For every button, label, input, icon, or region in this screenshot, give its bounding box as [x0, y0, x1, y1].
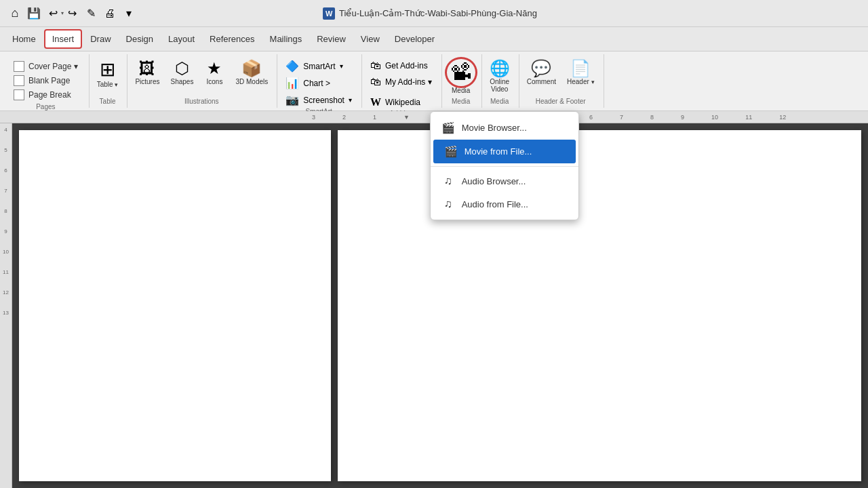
menu-view[interactable]: View: [354, 30, 387, 47]
menu-draw[interactable]: Draw: [83, 30, 117, 47]
smartart-button[interactable]: 🔷 SmartArt ▾: [281, 58, 356, 74]
header-icon: 📄: [570, 60, 591, 77]
toolbar-left: ⌂ 💾 ↩ ▾ ↪ ✎ 🖨 ▾: [8, 7, 136, 20]
movie-from-file-label: Movie from File...: [465, 146, 532, 157]
media-items: 📽 Media: [446, 56, 476, 98]
table-icon: ⊞: [100, 60, 115, 79]
pictures-icon: 🖼: [139, 60, 155, 77]
table-group: ⊞ Table ▾ Table: [91, 54, 128, 108]
addins-group: 🛍 Get Add-ins 🛍 My Add-ins ▾ W Wikipedia…: [363, 54, 442, 108]
cover-page-btn[interactable]: Cover Page ▾: [11, 60, 81, 73]
movie-from-file-item[interactable]: 🎬 Movie from File...: [433, 140, 576, 163]
audio-browser-icon: ♫: [441, 175, 455, 187]
title-bar: ⌂ 💾 ↩ ▾ ↪ ✎ 🖨 ▾ W Tiểu-Luận-Cảm-Thức-Wab…: [0, 0, 868, 27]
undo-dropdown-arrow[interactable]: ▾: [61, 10, 64, 16]
icons-label: Icons: [206, 78, 222, 85]
comment-header-items: 💬 Comment 📄 Header ▾: [524, 56, 598, 98]
chart-button[interactable]: 📊 Chart >: [281, 75, 356, 91]
home-icon[interactable]: ⌂: [8, 7, 22, 20]
pictures-button[interactable]: 🖼 Pictures: [132, 58, 163, 87]
vmark-8: 8: [0, 208, 12, 228]
shapes-icon: ⬡: [175, 60, 189, 77]
page-break-label: Page Break: [28, 90, 71, 100]
ruler-mark9: 9: [681, 114, 684, 121]
menu-home[interactable]: Home: [5, 30, 43, 47]
header-button[interactable]: 📄 Header ▾: [564, 58, 598, 87]
movie-browser-icon: 🎬: [441, 121, 455, 134]
table-button[interactable]: ⊞ Table ▾: [94, 58, 122, 90]
3d-models-button[interactable]: 📦 3D Models: [232, 58, 271, 87]
print-icon[interactable]: 🖨: [103, 7, 117, 20]
comment-button[interactable]: 💬 Comment: [524, 58, 559, 87]
screenshot-button[interactable]: 📷 Screenshot ▾: [281, 92, 356, 108]
menu-review[interactable]: Review: [310, 30, 353, 47]
comment-header-group: 💬 Comment 📄 Header ▾ Header & Footer: [521, 54, 604, 108]
media-icon: 📽: [450, 60, 472, 85]
page-break-btn[interactable]: Page Break: [11, 88, 81, 102]
page-break-icon: [14, 89, 24, 100]
table-group-label: Table: [100, 98, 116, 106]
online-icon: 🌐: [490, 60, 510, 77]
wikipedia-icon: W: [370, 96, 381, 108]
audio-from-file-label: Audio from File...: [462, 199, 528, 209]
ruler-mark8: 8: [650, 114, 654, 121]
online-button[interactable]: 🌐 OnlineVideo: [486, 58, 513, 95]
menu-insert[interactable]: Insert: [44, 29, 83, 49]
vmark-9: 9: [0, 228, 12, 249]
blank-page-btn[interactable]: Blank Page: [11, 74, 81, 87]
ruler-mark-3: 3: [312, 114, 315, 121]
audio-browser-item[interactable]: ♫ Audio Browser...: [431, 169, 578, 192]
my-addins-button[interactable]: 🛍 My Add-ins ▾: [366, 75, 436, 89]
menu-layout[interactable]: Layout: [161, 30, 201, 47]
chart-label: Chart >: [303, 79, 330, 88]
audio-from-file-icon: ♫: [441, 198, 455, 210]
smartart-label: SmartArt: [303, 62, 335, 71]
save-icon[interactable]: 💾: [27, 7, 41, 20]
menu-mailings[interactable]: Mailings: [263, 30, 309, 47]
audio-from-file-item[interactable]: ♫ Audio from File...: [431, 192, 578, 216]
movie-browser-label: Movie Browser...: [462, 123, 527, 133]
vmark-4: 4: [0, 127, 12, 147]
comment-label: Comment: [527, 78, 556, 85]
3d-models-label: 3D Models: [235, 78, 268, 85]
wikipedia-label: Wikipedia: [385, 98, 420, 107]
get-addins-button[interactable]: 🛍 Get Add-ins: [366, 58, 436, 73]
blank-page-label: Blank Page: [28, 76, 70, 85]
menu-developer[interactable]: Developer: [388, 30, 441, 47]
page-left[interactable]: [19, 130, 331, 481]
menu-bar: Home Insert Draw Design Layout Reference…: [0, 27, 868, 52]
media-group-label: Media: [452, 98, 470, 106]
screenshot-icon: 📷: [285, 94, 299, 106]
redo-icon[interactable]: ↪: [65, 7, 79, 20]
vmark-12: 12: [0, 289, 12, 310]
shapes-button[interactable]: ⬡ Shapes: [167, 58, 197, 87]
smartart-icon: 🔷: [285, 60, 299, 73]
title-center: W Tiểu-Luận-Cảm-Thức-Wabi-Sabi-Phùng-Gia…: [323, 7, 537, 20]
online-group: 🌐 OnlineVideo Media: [484, 54, 519, 108]
pages-items: Cover Page ▾ Blank Page Page Break: [8, 56, 83, 103]
menu-references[interactable]: References: [203, 30, 261, 47]
blank-page-icon: [14, 75, 24, 86]
undo-icon[interactable]: ↩: [46, 7, 60, 20]
vmark-13: 13: [0, 310, 12, 330]
header-label: Header ▾: [567, 78, 595, 85]
wikipedia-button[interactable]: W Wikipedia: [366, 95, 436, 110]
3d-models-icon: 📦: [241, 60, 262, 77]
movie-browser-item[interactable]: 🎬 Movie Browser...: [431, 116, 578, 140]
icons-button[interactable]: ★ Icons: [201, 58, 228, 87]
table-items: ⊞ Table ▾: [94, 56, 122, 98]
edit-icon[interactable]: ✎: [84, 7, 98, 20]
vmark-10: 10: [0, 249, 12, 269]
illustrations-group-label: Illustrations: [184, 98, 219, 106]
vmark-7: 7: [0, 188, 12, 208]
ruler-mark10: 10: [711, 114, 718, 121]
customize-icon[interactable]: ▾: [122, 7, 136, 20]
addins-list: 🛍 Get Add-ins 🛍 My Add-ins ▾ W Wikipedia: [366, 58, 436, 110]
menu-design[interactable]: Design: [119, 30, 160, 47]
page-right[interactable]: [338, 130, 861, 481]
media-button[interactable]: 📽 Media: [446, 58, 476, 96]
pages-group: Cover Page ▾ Blank Page Page Break Pages: [5, 54, 90, 108]
document-title: Tiểu-Luận-Cảm-Thức-Wabi-Sabi-Phùng-Gia-N…: [339, 8, 537, 18]
smartart-arrow: ▾: [340, 62, 343, 70]
media-label: Media: [452, 87, 470, 94]
